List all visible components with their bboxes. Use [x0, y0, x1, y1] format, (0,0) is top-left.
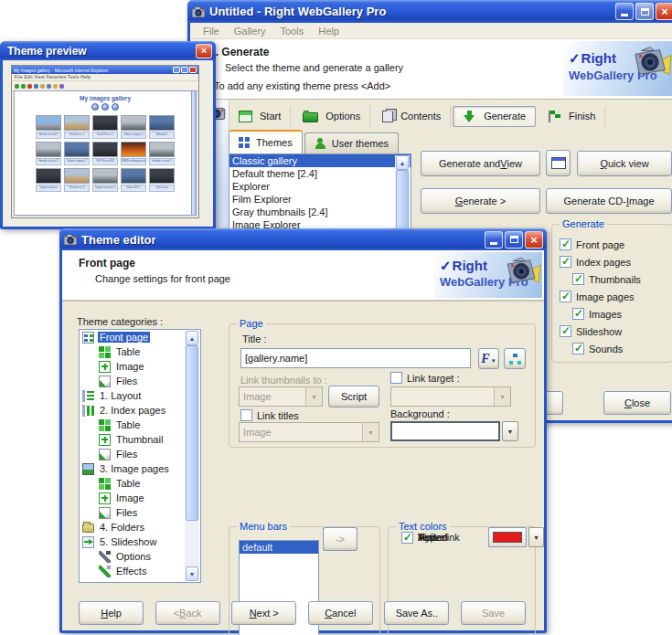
- thumbnail-cell[interactable]: Honda accord 3: [36, 142, 61, 165]
- tree-item[interactable]: Thumbnail: [80, 432, 200, 447]
- thumbnail-cell[interactable]: Toyota avensis: [36, 168, 61, 192]
- font-button[interactable]: F▼: [478, 348, 499, 369]
- footer-button[interactable]: Help: [79, 601, 144, 625]
- scroll-up-button[interactable]: ▲: [396, 155, 409, 170]
- link-thumbnails-combo[interactable]: Image▼: [239, 386, 323, 407]
- thumbnail-cell[interactable]: Mazda 6: [149, 115, 175, 139]
- tree-item[interactable]: Options: [80, 549, 200, 564]
- thumbnail-cell[interactable]: VW Passat B5: [92, 142, 118, 165]
- thumbnail-cell[interactable]: Honda accord 1: [149, 142, 175, 165]
- link-target-combo[interactable]: ▼: [390, 386, 511, 407]
- color-dropdown-button[interactable]: ▼: [528, 527, 544, 547]
- wizard-tab[interactable]: Finish: [538, 106, 605, 127]
- thumbnail-cell[interactable]: Opel astra: [149, 168, 175, 192]
- tree-item[interactable]: 1. Layout: [80, 388, 200, 403]
- theme-list-item[interactable]: Film Explorer: [229, 193, 411, 206]
- editor-titlebar[interactable]: Theme editor ×: [59, 228, 547, 250]
- tree-scrollbar[interactable]: ▲ ▼: [185, 331, 199, 581]
- footer-button[interactable]: Cancel: [308, 601, 373, 625]
- thumbnail-cell[interactable]: Toyota avensis 1: [92, 168, 118, 192]
- editor-maximize-button[interactable]: [505, 231, 523, 249]
- generate-option-checkbox[interactable]: [572, 343, 584, 355]
- variables-button[interactable]: [504, 348, 526, 369]
- generate-option-checkbox[interactable]: [560, 256, 571, 268]
- tree-item[interactable]: Table: [80, 418, 200, 432]
- page-title-input[interactable]: [240, 348, 471, 368]
- menu-item[interactable]: Help: [311, 26, 347, 37]
- generate-option-checkbox[interactable]: [560, 291, 571, 302]
- text-color-checkbox[interactable]: [401, 532, 413, 544]
- footer-button[interactable]: Save: [461, 601, 526, 625]
- main-close-button[interactable]: Close: [603, 391, 671, 415]
- thumbnail-cell[interactable]: BMW underground: [121, 142, 146, 165]
- tree-item[interactable]: Image: [80, 491, 200, 505]
- theme-list-item[interactable]: Explorer: [229, 180, 411, 193]
- tree-item[interactable]: 5. Slideshow: [80, 534, 200, 549]
- background-dropdown-button[interactable]: ▼: [502, 421, 518, 441]
- gallery-nav-icon[interactable]: [101, 103, 109, 111]
- maximize-button[interactable]: [635, 3, 654, 20]
- footer-button[interactable]: Save As..: [384, 601, 449, 625]
- menu-bars-action-button[interactable]: ->: [323, 527, 357, 551]
- minimize-button[interactable]: [615, 3, 634, 20]
- preview-close-button[interactable]: ×: [196, 44, 212, 58]
- generate-button[interactable]: Generate >: [421, 188, 540, 214]
- wizard-tab[interactable]: Contents: [372, 105, 451, 127]
- generate-option-checkbox[interactable]: [572, 308, 584, 320]
- preview-window-button[interactable]: [546, 150, 571, 176]
- thumbnail-cell[interactable]: Ford focus 2: [64, 115, 90, 139]
- generate-option-checkbox[interactable]: [560, 238, 571, 250]
- generate-and-view-button[interactable]: Generate and View: [421, 151, 540, 176]
- footer-button[interactable]: < Back: [155, 601, 220, 625]
- menu-item[interactable]: File: [196, 26, 227, 37]
- thumbnail-cell[interactable]: Subaru legacy 1: [121, 115, 146, 139]
- gallery-nav-icon[interactable]: [91, 103, 99, 111]
- generate-cd-image-button[interactable]: Generate CD-Image: [546, 188, 672, 214]
- tree-item[interactable]: Effects: [80, 564, 200, 578]
- link-titles-checkbox[interactable]: [240, 409, 252, 421]
- tree-item[interactable]: Front page: [80, 330, 200, 344]
- preview-titlebar[interactable]: Theme preview ×: [0, 41, 216, 60]
- wizard-tab[interactable]: Start: [229, 106, 291, 127]
- footer-button[interactable]: Next >: [231, 601, 296, 625]
- tree-item[interactable]: Image: [80, 359, 200, 374]
- tree-item[interactable]: Files: [80, 374, 200, 388]
- tree-item[interactable]: 3. Image pages: [80, 461, 200, 476]
- scroll-up-button[interactable]: ▲: [186, 331, 198, 345]
- background-color-well[interactable]: [390, 421, 500, 441]
- editor-minimize-button[interactable]: [485, 231, 503, 249]
- menu-item[interactable]: Gallery: [227, 26, 273, 37]
- tree-item[interactable]: Files: [80, 447, 200, 461]
- theme-list-item[interactable]: Default theme [2.4]: [229, 167, 411, 180]
- gallery-nav-icon[interactable]: [112, 103, 119, 111]
- link-titles-combo[interactable]: Image▼: [239, 422, 379, 442]
- script-button[interactable]: Script: [328, 386, 379, 407]
- editor-close-button[interactable]: ×: [525, 231, 543, 249]
- tree-item[interactable]: Files: [80, 505, 200, 520]
- close-button[interactable]: ×: [656, 3, 672, 20]
- thumbnail-cell[interactable]: Ford focus 3: [64, 168, 90, 192]
- scroll-down-button[interactable]: ▼: [186, 566, 198, 581]
- generate-option-checkbox[interactable]: [572, 273, 584, 285]
- link-target-checkbox[interactable]: [390, 372, 402, 384]
- tree-item[interactable]: Table: [80, 476, 200, 491]
- scroll-thumb[interactable]: [186, 345, 198, 521]
- generate-option-checkbox[interactable]: [560, 325, 571, 337]
- menu-bar-item[interactable]: default: [240, 541, 318, 554]
- tree-item[interactable]: 2. Index pages: [80, 403, 200, 418]
- theme-list-item[interactable]: Gray thumbnails [2.4]: [229, 206, 411, 218]
- wizard-tab[interactable]: Generate: [453, 106, 536, 127]
- menu-item[interactable]: Tools: [273, 26, 312, 37]
- quick-view-button[interactable]: Quick view: [577, 151, 672, 176]
- tree-item[interactable]: Table: [80, 344, 200, 359]
- theme-list-item[interactable]: Classic gallery: [229, 154, 411, 167]
- theme-tab[interactable]: User themes: [304, 132, 399, 153]
- thumbnail-cell[interactable]: Subaru legacy 2: [64, 142, 90, 165]
- thumbnail-cell[interactable]: Ford Focus 1: [92, 115, 118, 139]
- main-titlebar[interactable]: Untitled - Right WebGallery Pro ×: [187, 0, 672, 23]
- theme-tab[interactable]: Themes: [229, 130, 303, 153]
- thumbnail-cell[interactable]: Honda accord 2: [36, 115, 61, 139]
- color-swatch-button[interactable]: [488, 527, 527, 547]
- thumbnail-cell[interactable]: Volvo 340 1: [121, 168, 146, 192]
- tree-item[interactable]: 4. Folders: [80, 520, 200, 534]
